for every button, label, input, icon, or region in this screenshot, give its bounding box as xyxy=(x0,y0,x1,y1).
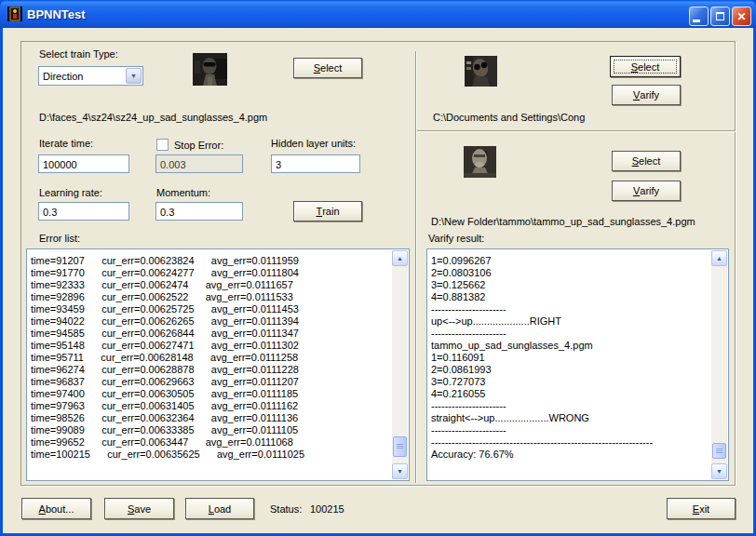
verify-image-path: D:\New Folder\tammo\tammo_up_sad_sunglas… xyxy=(431,216,695,227)
image-verify-button[interactable]: Varify xyxy=(612,181,681,201)
close-icon: ✕ xyxy=(736,10,746,23)
stop-error-input[interactable] xyxy=(155,154,243,173)
error-list-label: Error list: xyxy=(39,233,80,244)
learning-rate-label: Learning rate: xyxy=(39,187,102,198)
status-label: Status: xyxy=(270,503,302,515)
scroll-down-icon[interactable]: ▼ xyxy=(711,463,727,479)
status-value: 100215 xyxy=(310,503,344,515)
right-panel-divider xyxy=(417,130,736,131)
maximize-button[interactable] xyxy=(710,7,730,26)
train-type-combobox[interactable]: Direction ▼ xyxy=(38,66,143,86)
iterate-time-input[interactable] xyxy=(38,154,129,173)
verify-result-label: Varify result: xyxy=(428,233,484,244)
close-button[interactable]: ✕ xyxy=(732,7,751,26)
chevron-down-icon[interactable]: ▼ xyxy=(126,68,142,84)
verify-face-image xyxy=(464,146,496,178)
network-path: C:\Documents and Settings\Cong xyxy=(433,112,585,123)
network-face-image xyxy=(465,56,497,87)
network-select-button[interactable]: Select xyxy=(610,56,681,77)
error-list-scroll-thumb[interactable] xyxy=(393,436,407,457)
train-button[interactable]: Train xyxy=(293,201,362,221)
error-list-text: time=91207 cur_err=0.00623824 avg_err=0.… xyxy=(31,255,390,461)
momentum-label: Momentum: xyxy=(156,187,210,198)
app-icon xyxy=(7,7,22,21)
save-button[interactable]: Save xyxy=(104,498,174,519)
verify-result-text: 1=0.0996267 2=0.0803106 3=0.125662 4=0.8… xyxy=(431,255,709,461)
maximize-icon xyxy=(716,12,724,20)
bpnntest-window: { "window": { "title": "BPNNTest" }, "le… xyxy=(0,0,756,536)
learning-rate-input[interactable] xyxy=(38,202,129,221)
client-area: Select train Type: Direction ▼ Select D:… xyxy=(3,28,753,533)
about-button[interactable]: About... xyxy=(21,498,91,519)
stop-error-label: Stop Error: xyxy=(174,140,223,151)
image-select-button[interactable]: Select xyxy=(612,151,681,171)
title-bar[interactable]: BPNNTest ✕ xyxy=(0,0,756,28)
hidden-units-label: Hidden layer units: xyxy=(271,138,356,149)
vertical-divider xyxy=(415,51,416,483)
train-image-path: D:\faces_4\sz24\sz24_up_sad_sunglasses_4… xyxy=(39,112,267,123)
exit-button[interactable]: Exit xyxy=(667,498,736,519)
network-verify-button[interactable]: Varify xyxy=(612,85,681,105)
stop-error-checkbox[interactable] xyxy=(156,139,169,151)
hidden-units-input[interactable] xyxy=(271,154,360,173)
verify-result-list[interactable]: 1=0.0996267 2=0.0803106 3=0.125662 4=0.8… xyxy=(426,248,729,481)
scroll-down-icon[interactable]: ▼ xyxy=(392,463,408,479)
minimize-button[interactable] xyxy=(689,7,709,26)
window-title: BPNNTest xyxy=(27,7,86,21)
verify-result-scrollbar[interactable]: ▲ ▼ xyxy=(711,250,727,479)
scroll-up-icon[interactable]: ▲ xyxy=(711,250,727,266)
iterate-time-label: Iterate time: xyxy=(39,138,93,149)
error-list-scrollbar[interactable]: ▲ ▼ xyxy=(392,250,408,479)
load-button[interactable]: Load xyxy=(185,498,254,519)
minimize-icon xyxy=(693,20,700,22)
train-face-image xyxy=(193,53,227,86)
train-type-value: Direction xyxy=(43,71,83,82)
momentum-input[interactable] xyxy=(155,202,243,221)
verify-result-scroll-thumb[interactable] xyxy=(712,443,726,459)
scroll-up-icon[interactable]: ▲ xyxy=(392,250,408,266)
error-list[interactable]: time=91207 cur_err=0.00623824 avg_err=0.… xyxy=(26,248,410,481)
train-select-button[interactable]: Select xyxy=(293,58,362,78)
train-type-label: Select train Type: xyxy=(39,48,118,60)
